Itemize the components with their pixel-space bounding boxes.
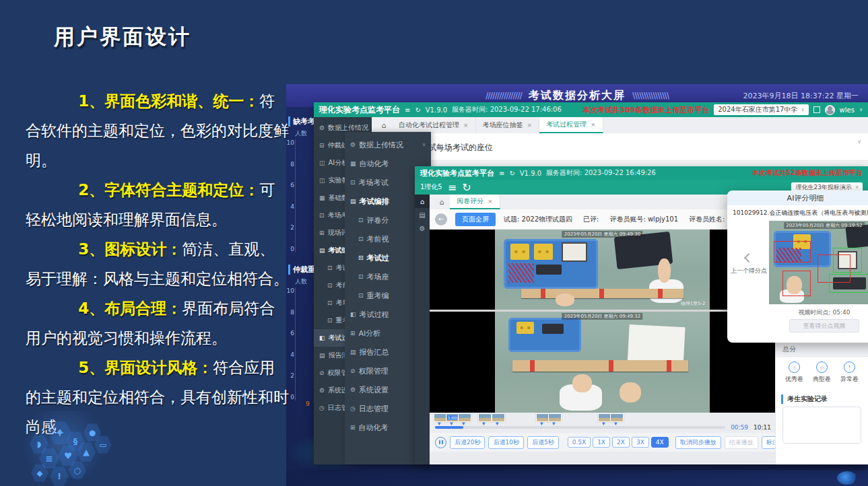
sidebar-item-label: 自动化考 [359,423,389,433]
sidebar-item-icon: ▤ [350,198,356,205]
experiment-record-input[interactable] [782,407,861,444]
refresh-icon[interactable]: ↻ [415,106,420,114]
chevron-down-icon[interactable]: ∨ [859,107,863,112]
bullet-label: 3、图标设计： [78,240,182,258]
previous-score-point-button[interactable]: 上一个得分点 [730,254,768,275]
sidebar-item-label: 日志管理 [359,404,389,414]
fullscreen-icon[interactable] [813,106,820,113]
video-timeline[interactable]: 1:00 [430,413,775,433]
sidebar-item-icon: ⊡ [327,300,333,306]
detection-box-red [774,241,811,263]
dashboard-title: 考试数据分析大屏 [529,89,626,103]
hexagon-decoration: + ◗ § ● ≡ ♥ ▲ ▭ ◆ ! ○ [0,404,148,486]
collapse-chevron-icon[interactable]: ∨ [857,139,861,145]
close-icon[interactable]: × [463,122,469,129]
menu-icon[interactable]: ≡ [448,181,457,194]
refresh-icon[interactable]: ↻ [462,181,471,194]
view-score-video-button[interactable]: 查看得分点视频 [789,319,859,333]
timeline-thumbnail[interactable] [458,413,471,422]
bullet-label: 2、字体符合主题和定位： [78,181,259,199]
progress-bar[interactable] [435,426,725,429]
home-icon[interactable]: ⌂ [434,195,450,209]
upload-alert: 本次考试共52条数据未上传至市平台 [752,168,863,178]
timeline-thumbnail[interactable] [478,413,492,422]
rail-icon[interactable]: ⚙ [415,221,430,235]
menu-icon[interactable]: ≡ [405,106,410,114]
hex-medical-icon: ! [50,466,69,486]
sidebar-item-icon: ◷ [350,405,356,412]
tab[interactable]: 考场座位抽签 × [476,117,540,133]
player-action-button[interactable]: 取消同步播放 [675,436,721,449]
rail-icon[interactable]: ⌂ [415,195,430,208]
speed-button[interactable]: 1X [593,437,610,448]
close-icon[interactable]: × [488,198,493,205]
sidebar-item-label: 报告汇总 [360,347,389,357]
page-fullscreen-button[interactable]: 页面全屏 [455,213,496,226]
total-score-label: 总分 [776,342,868,357]
school-select[interactable]: 2024年石家庄市第17中学∨ [714,104,808,115]
avatar[interactable] [825,105,835,115]
exam-name-row: 考试名称: 测试每场考试的座位 ∨ [372,133,868,161]
back-button[interactable]: ← [435,213,447,225]
timeline-thumbnail[interactable] [598,413,611,422]
timeline-thumbnail[interactable] [610,413,624,422]
meter [562,242,587,262]
speed-button[interactable]: 4X [651,437,669,448]
video-time-point: 视频时间点: 05:40 [769,308,868,317]
photo-timestamp: 2023年05月20日 星期六 09:19:52 [784,222,865,229]
pause-button[interactable] [435,437,446,448]
sidebar-item-icon: ⚙ [319,387,325,394]
sidebar-item-icon: ⊡ [358,236,364,242]
rewind-button[interactable]: 后退10秒 [488,436,523,449]
bullet-point: 1、界面色彩和谐、统一：符合软件的主题和定位，色彩的对比度鲜明。 [26,86,290,175]
player-action-button[interactable]: 结束播放 [725,436,758,449]
menu-icon[interactable]: ≡ [499,170,504,177]
video-frame-top[interactable]: 2023年05月20日 星期六 09:49:30 [430,230,775,312]
score-point-photo: 2023年05月20日 星期六 09:19:52 [769,221,868,304]
tag-label: 优秀卷 [785,375,803,384]
sidebar-item-icon: ▦ [319,195,325,201]
rewind-button[interactable]: 后退5秒 [527,436,559,449]
current-time: 00:59 [731,424,748,431]
sidebar-item-icon: ⊞ [350,330,356,337]
speed-button[interactable]: 0.5X [568,437,591,448]
timeline-thumbnail[interactable] [434,413,447,422]
close-icon[interactable]: × [527,122,533,129]
video-frame-bottom[interactable]: 2023年05月20日 星期六 09:49:32 [430,312,775,413]
slash-decoration-left: //////////////// [486,91,522,100]
review-info: 试题: 2022物理试题四 [504,215,572,224]
refresh-icon[interactable]: ↻ [509,170,514,177]
paper-tag-button[interactable]: ☝ 优秀卷 [785,361,803,384]
timeline-thumbnail[interactable] [536,413,549,422]
tab[interactable]: 自动化考试过程管理 × [392,117,476,133]
player-action-button[interactable]: 标注 [762,436,775,449]
rail-icon[interactable]: ▤ [415,208,430,221]
server-time: 服务器时间: 2023-09-22 17:46:06 [452,105,562,114]
username[interactable]: wles [840,106,855,114]
paper-tag-button[interactable]: ☆ 典型卷 [813,361,831,384]
sidebar-item-label: 数据上传情况 [359,140,403,150]
tab-review-scoring[interactable]: 阅卷评分 × [450,195,500,209]
sidebar-item-label: AI分析 [359,328,381,339]
sidebar-item-icon: ⊡ [327,282,333,289]
sidebar-item-icon: ⊞ [319,230,325,236]
rewind-button[interactable]: 后退20秒 [450,436,485,449]
close-icon[interactable]: × [591,121,596,128]
timeline-thumbnail[interactable] [492,413,505,422]
sidebar-item[interactable]: ⚙ 数据上传情况 ∨ [345,135,431,154]
timeline-thumbnail[interactable]: 1:00 [446,413,459,422]
paper-tag-button[interactable]: ! 异常卷 [840,361,859,384]
chevron-down-icon: ∨ [422,142,426,147]
sidebar-item-icon: ⊡ [358,273,364,280]
instrument [536,265,562,274]
hand [572,374,592,392]
timeline-thumbnail[interactable] [548,413,562,422]
tab[interactable]: 考试过程管理 × [539,117,603,133]
speed-button[interactable]: 3X [632,437,649,448]
sidebar-item-icon: ⊡ [358,292,364,299]
window-b-header: 理化实验考点监考平台 ≡ ↻ V1.9.0 服务器时间: 2023-09-22 … [415,166,868,180]
bullet-point: 3、图标设计：简洁、直观、易于理解：风格与主题和定位相符合。 [26,234,290,293]
speed-button[interactable]: 2X [612,437,630,448]
home-icon[interactable]: ⌂ [376,117,392,133]
bullet-label: 5、界面设计风格： [78,359,213,376]
